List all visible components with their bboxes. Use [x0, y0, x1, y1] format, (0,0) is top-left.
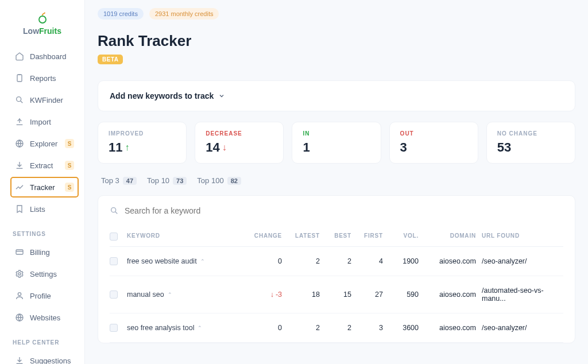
change-cell: 0	[247, 257, 288, 265]
domain-cell: aioseo.com	[424, 324, 482, 332]
home-icon	[15, 52, 24, 61]
caret-up-icon: ⌃	[198, 325, 202, 331]
sidebar-item-settings[interactable]: Settings	[10, 264, 79, 284]
url-cell: /automated-seo-vs-manu...	[482, 286, 563, 303]
caret-up-icon: ⌃	[168, 292, 172, 297]
trend-icon	[15, 183, 24, 192]
gear-icon	[15, 269, 24, 278]
fruit-icon	[37, 11, 48, 24]
arrow-down-icon: ↓	[222, 142, 227, 153]
sidebar-item-tracker[interactable]: TrackerS	[10, 177, 79, 198]
latest-cell: 2	[288, 257, 326, 265]
brand-logo[interactable]: LowFruits	[10, 11, 84, 36]
keyword-cell: seo free analysis tool⌃	[127, 324, 247, 332]
add-keywords-toggle[interactable]: Add new keywords to track	[98, 80, 575, 111]
download-icon	[15, 161, 24, 170]
sidebar-item-explorer[interactable]: ExplorerS	[10, 133, 79, 154]
help-section-label: HELP CENTER	[13, 339, 84, 346]
results-table: KEYWORD CHANGE LATEST BEST FIRST VOL. DO…	[98, 195, 575, 343]
card-icon	[15, 247, 24, 257]
settings-section-label: SETTINGS	[13, 231, 84, 237]
sidebar-item-label: Explorer	[30, 140, 57, 148]
best-cell: 2	[326, 257, 357, 265]
sidebar-item-label: Lists	[30, 205, 45, 214]
upload-icon	[15, 117, 24, 126]
keyword-cell: free seo website audit⌃	[127, 257, 247, 265]
first-cell: 27	[357, 291, 389, 299]
row-checkbox[interactable]	[110, 291, 118, 299]
row-checkbox[interactable]	[110, 257, 118, 265]
latest-cell: 2	[288, 324, 326, 332]
sidebar-item-label: Profile	[30, 292, 51, 300]
stat-improved[interactable]: IMPROVED11↑	[98, 122, 187, 164]
table-header: KEYWORD CHANGE LATEST BEST FIRST VOL. DO…	[110, 227, 563, 247]
url-cell: /seo-analyzer/	[482, 257, 563, 265]
svg-rect-5	[16, 250, 23, 254]
row-checkbox[interactable]	[110, 324, 118, 332]
credits-pill[interactable]: 1019 credits	[98, 8, 144, 20]
user-icon	[15, 291, 24, 300]
page-title: Rank Tracker	[98, 32, 575, 50]
svg-point-9	[111, 208, 116, 212]
sidebar-item-billing[interactable]: Billing	[10, 242, 79, 262]
table-row[interactable]: seo free analysis tool⌃ 0 2 2 3 3600 aio…	[110, 313, 563, 343]
search-icon	[110, 206, 119, 215]
table-row[interactable]: manual seo⌃ ↓-3 18 15 27 590 aioseo.com …	[110, 276, 563, 313]
svg-point-7	[18, 293, 21, 296]
vol-cell: 590	[389, 291, 424, 299]
sidebar-item-label: Settings	[30, 270, 57, 278]
sidebar-item-import[interactable]: Import	[10, 111, 79, 132]
stat-nochange[interactable]: NO CHANGE53	[486, 122, 575, 164]
svg-point-1	[41, 14, 42, 16]
stat-decrease[interactable]: DECREASE14↓	[195, 122, 284, 164]
sidebar-item-label: Import	[30, 118, 51, 126]
search-input[interactable]	[125, 206, 563, 215]
first-cell: 4	[357, 257, 389, 265]
sidebar-item-extract[interactable]: ExtractS	[10, 155, 79, 176]
svg-point-6	[18, 273, 21, 275]
stat-out[interactable]: OUT3	[389, 122, 478, 164]
sidebar-item-lists[interactable]: Lists	[10, 199, 79, 219]
sidebar-item-suggestions[interactable]: Suggestions	[10, 350, 79, 364]
domain-cell: aioseo.com	[424, 291, 482, 299]
best-cell: 15	[326, 291, 357, 299]
arrow-up-icon: ↑	[125, 142, 129, 153]
svg-point-3	[17, 97, 21, 102]
change-cell: 0	[247, 324, 288, 332]
svg-rect-2	[17, 75, 22, 82]
vol-cell: 3600	[389, 324, 424, 332]
beta-badge: BETA	[98, 55, 123, 64]
sidebar: LowFruits Dashboard Reports KWFinder Imp…	[0, 0, 85, 364]
latest-cell: 18	[288, 291, 326, 299]
sidebar-item-dashboard[interactable]: Dashboard	[10, 46, 79, 67]
sidebar-item-kwfinder[interactable]: KWFinder	[10, 90, 79, 110]
tab-top10[interactable]: Top 1073	[147, 176, 187, 185]
tab-top100[interactable]: Top 10082	[197, 176, 241, 185]
monthly-credits-pill[interactable]: 2931 monthly credits	[149, 8, 219, 20]
badge-s: S	[65, 183, 74, 192]
tab-top3[interactable]: Top 347	[101, 176, 137, 185]
sidebar-item-profile[interactable]: Profile	[10, 285, 79, 306]
vol-cell: 1900	[389, 257, 424, 265]
sidebar-item-websites[interactable]: Websites	[10, 307, 79, 328]
caret-up-icon: ⌃	[200, 258, 205, 264]
search-icon	[15, 95, 24, 104]
arrow-down-icon: ↓	[270, 291, 274, 299]
sidebar-item-label: Billing	[30, 248, 50, 257]
sidebar-item-label: Dashboard	[30, 52, 67, 61]
change-cell: ↓-3	[247, 291, 288, 299]
globe-icon	[15, 139, 24, 148]
sidebar-item-reports[interactable]: Reports	[10, 68, 79, 88]
bookmark-icon	[15, 204, 24, 214]
best-cell: 2	[326, 324, 357, 332]
domain-cell: aioseo.com	[424, 257, 482, 265]
stat-in[interactable]: IN1	[292, 122, 381, 164]
table-row[interactable]: free seo website audit⌃ 0 2 2 4 1900 aio…	[110, 247, 563, 276]
sidebar-item-label: Suggestions	[30, 357, 71, 365]
download-icon	[15, 356, 24, 364]
sidebar-item-label: Websites	[30, 313, 60, 322]
main-content: 1019 credits 2931 monthly credits Rank T…	[85, 0, 588, 364]
sidebar-item-label: KWFinder	[30, 96, 63, 104]
sidebar-item-label: Reports	[30, 74, 56, 83]
select-all-checkbox[interactable]	[110, 233, 118, 241]
